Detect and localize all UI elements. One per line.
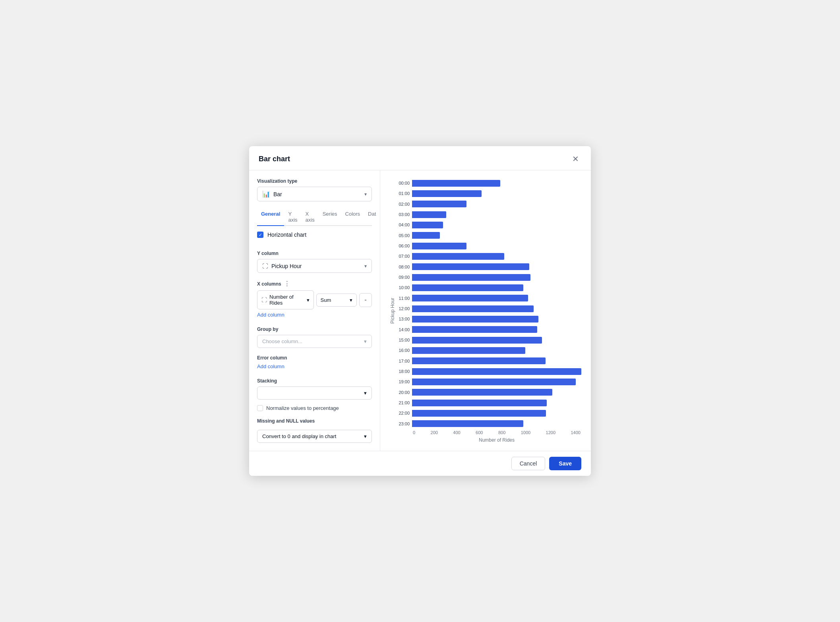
x-columns-dots-icon: ⋮	[284, 280, 290, 288]
bar-fill	[412, 274, 530, 281]
bar-row: 02:00	[395, 199, 581, 209]
bar-label: 18:00	[395, 369, 410, 374]
x-aggregate-value: Sum	[321, 297, 331, 303]
x-axis-ticks: 0200400600800100012001400	[412, 430, 581, 435]
tab-x-axis[interactable]: X axis	[302, 209, 319, 226]
x-column-select[interactable]: ⛶ Number of Rides ▾	[257, 290, 314, 309]
null-values-label: Missing and NULL values	[257, 418, 372, 424]
bar-row: 17:00	[395, 356, 581, 366]
right-panel: Pickup Hour 00:0001:0002:0003:0004:0005:…	[380, 170, 591, 451]
bar-label: 23:00	[395, 421, 410, 426]
close-button[interactable]: ✕	[570, 153, 581, 164]
bar-label: 13:00	[395, 317, 410, 321]
bar-fill	[412, 211, 446, 218]
cancel-button[interactable]: Cancel	[511, 457, 546, 470]
tab-colors[interactable]: Colors	[341, 209, 364, 226]
bar-fill	[412, 389, 552, 396]
horizontal-chart-checkbox[interactable]: ✓	[257, 232, 263, 238]
null-values-select[interactable]: Convert to 0 and display in chart ▾	[257, 430, 372, 443]
y-column-chevron-icon: ▾	[364, 263, 367, 269]
bar-chart-icon: 📊	[262, 190, 270, 198]
x-aggregate-select[interactable]: Sum ▾	[316, 294, 357, 307]
bar-fill	[412, 284, 523, 291]
x-tick: 0	[413, 430, 415, 435]
bar-label: 00:00	[395, 181, 410, 185]
left-panel: Visualization type 📊 Bar ▾ General Y axi…	[249, 170, 380, 451]
x-aggregate-chevron-icon: ▾	[350, 297, 352, 303]
bar-row: 16:00	[395, 346, 581, 355]
bar-fill	[412, 222, 443, 228]
modal-container: Bar chart ✕ Visualization type 📊 Bar ▾ G…	[249, 146, 591, 476]
bar-track	[412, 408, 581, 418]
add-error-column-link[interactable]: Add column	[257, 363, 372, 369]
tab-y-axis[interactable]: Y axis	[284, 209, 301, 226]
x-column-chevron-icon: ▾	[307, 297, 310, 303]
y-column-icon: ⛶	[262, 263, 268, 269]
x-tick: 1400	[571, 430, 580, 435]
viz-type-select[interactable]: 📊 Bar ▾	[257, 187, 372, 201]
x-columns-section: X columns ⋮	[257, 280, 372, 288]
x-axis-label: Number of Rides	[395, 437, 581, 443]
bar-row: 15:00	[395, 335, 581, 345]
bar-fill	[412, 295, 528, 301]
chart-inner: Pickup Hour 00:0001:0002:0003:0004:0005:…	[388, 178, 581, 443]
viz-type-value: Bar	[273, 191, 282, 197]
horizontal-chart-row: ✓ Horizontal chart	[257, 232, 372, 238]
chart-container: Pickup Hour 00:0001:0002:0003:0004:0005:…	[388, 178, 581, 443]
bar-row: 12:00	[395, 304, 581, 313]
tab-general[interactable]: General	[257, 209, 284, 226]
bar-row: 08:00	[395, 262, 581, 272]
chart-area: Pickup Hour 00:0001:0002:0003:0004:0005:…	[388, 178, 581, 443]
bar-track	[412, 231, 581, 240]
bar-label: 14:00	[395, 327, 410, 332]
bar-fill	[412, 180, 500, 187]
group-by-select[interactable]: Choose column... ▾	[257, 335, 372, 348]
bar-label: 17:00	[395, 359, 410, 363]
bar-label: 04:00	[395, 222, 410, 227]
bar-row: 01:00	[395, 189, 581, 198]
bar-fill	[412, 263, 529, 270]
bar-row: 13:00	[395, 314, 581, 324]
normalize-checkbox[interactable]	[257, 405, 263, 411]
tab-dat[interactable]: Dat	[364, 209, 380, 226]
bar-row: 00:00	[395, 178, 581, 188]
y-column-value: Pickup Hour	[271, 263, 302, 269]
error-column-label: Error column	[257, 355, 372, 361]
bar-fill	[412, 326, 537, 333]
group-by-chevron-icon: ▾	[364, 338, 367, 344]
bar-label: 09:00	[395, 275, 410, 280]
x-tick: 1000	[521, 430, 530, 435]
bar-track	[412, 189, 581, 198]
bar-fill	[412, 410, 546, 417]
tab-series[interactable]: Series	[319, 209, 341, 226]
bar-row: 19:00	[395, 377, 581, 386]
bar-track	[412, 251, 581, 261]
stacking-label: Stacking	[257, 378, 372, 384]
stacking-select[interactable]: ▾	[257, 386, 372, 400]
save-button[interactable]: Save	[549, 457, 581, 470]
settings-tabs: General Y axis X axis Series Colors Dat …	[257, 209, 372, 226]
normalize-row: Normalize values to percentage	[257, 405, 372, 411]
horizontal-chart-label: Horizontal chart	[267, 232, 306, 238]
x-tick: 200	[431, 430, 438, 435]
x-column-value: Number of Rides	[269, 294, 305, 306]
bar-fill	[412, 357, 546, 364]
viz-type-label: Visualization type	[257, 178, 372, 184]
remove-x-column-button[interactable]: -	[359, 293, 372, 307]
bar-track	[412, 241, 581, 251]
add-x-column-link[interactable]: Add column	[257, 312, 372, 318]
y-column-select[interactable]: ⛶ Pickup Hour ▾	[257, 259, 372, 273]
bar-row: 20:00	[395, 388, 581, 397]
bar-row: 06:00	[395, 241, 581, 251]
null-values-chevron-icon: ▾	[364, 433, 367, 439]
bar-label: 06:00	[395, 243, 410, 248]
bar-row: 09:00	[395, 272, 581, 282]
bar-row: 04:00	[395, 220, 581, 230]
bar-row: 21:00	[395, 398, 581, 408]
bar-label: 03:00	[395, 212, 410, 217]
viz-type-chevron-icon: ▾	[364, 191, 367, 197]
bar-label: 07:00	[395, 254, 410, 259]
modal-footer: Cancel Save	[249, 451, 591, 476]
bar-fill	[412, 347, 525, 354]
bar-fill	[412, 379, 576, 385]
